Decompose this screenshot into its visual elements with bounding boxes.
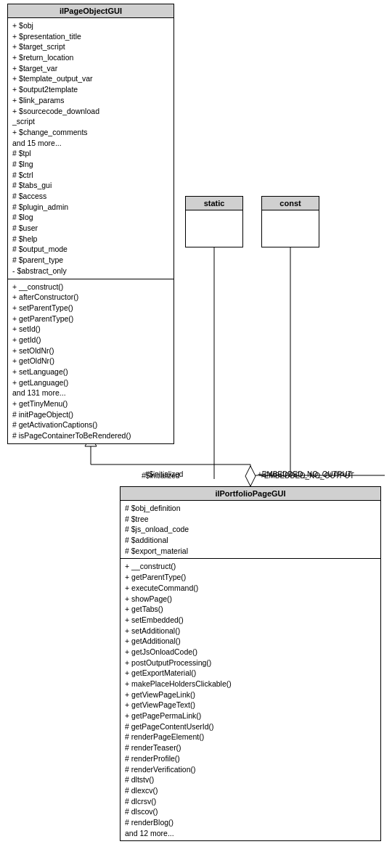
static-class-header: static xyxy=(186,197,242,210)
diagram-container: #$initialized +EMBEDDED_NO_OUTPUT ilPage… xyxy=(0,0,392,868)
portfolio-class-box: ilPortfolioPageGUI # $obj_definition # $… xyxy=(120,486,381,841)
main-class-methods: + __construct() + afterConstructor() + s… xyxy=(8,279,173,443)
static-class-box: static xyxy=(185,196,243,247)
main-class-attributes: + $obj + $presentation_title + $target_s… xyxy=(8,18,173,279)
hash-initialized-label: #$initialized xyxy=(142,472,179,480)
portfolio-class-header: ilPortfolioPageGUI xyxy=(121,487,380,501)
portfolio-class-attributes: # $obj_definition # $tree # $js_onload_c… xyxy=(121,501,380,559)
main-class-header: ilPageObjectGUI xyxy=(8,4,173,18)
portfolio-class-methods: + __construct() + getParentType() + exec… xyxy=(121,559,380,840)
const-class-content xyxy=(262,210,319,247)
const-class-box: const xyxy=(261,196,319,247)
embedded-no-output-label: +EMBEDDED_NO_OUTPUT xyxy=(260,472,354,480)
const-class-header: const xyxy=(262,197,319,210)
main-class-box: ilPageObjectGUI + $obj + $presentation_t… xyxy=(7,4,174,444)
svg-marker-5 xyxy=(245,466,256,486)
static-class-content xyxy=(186,210,242,247)
